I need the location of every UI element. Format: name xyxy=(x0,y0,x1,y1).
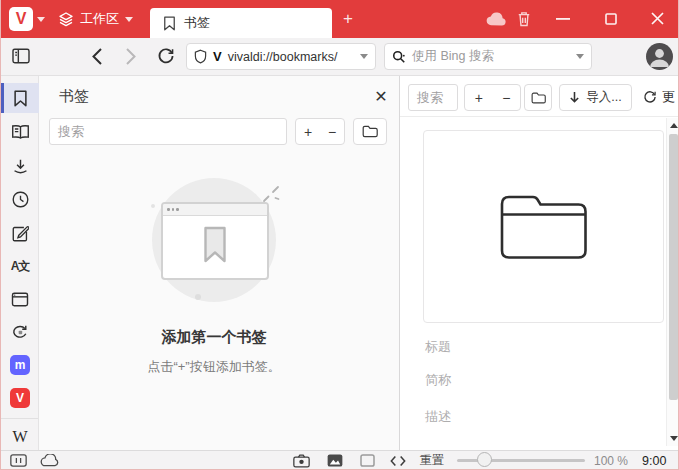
decor-dot xyxy=(151,204,155,208)
import-label: 导入... xyxy=(586,89,621,106)
bookmarks-page: 搜索 + − 导入... 更 xyxy=(400,76,679,450)
capture-page-button[interactable] xyxy=(293,451,310,470)
minimize-button[interactable] xyxy=(556,18,570,21)
tab-bookmarks[interactable]: 书签 xyxy=(150,8,332,38)
vivaldi-menu-icon[interactable]: V xyxy=(9,7,33,31)
url-text[interactable]: vivaldi://bookmarks/ xyxy=(228,50,354,64)
search-engine-icon[interactable] xyxy=(392,50,406,64)
url-field[interactable]: V vivaldi://bookmarks/ xyxy=(186,43,376,70)
sidebar-item-vivaldi[interactable]: V xyxy=(1,383,39,413)
profile-avatar[interactable] xyxy=(646,43,673,70)
empty-state-subtext: 点击“+”按钮添加书签。 xyxy=(39,358,389,376)
update-label: 更 xyxy=(662,88,675,106)
sidebar-item-translate[interactable]: A文 xyxy=(1,251,39,281)
page-actions-button[interactable] xyxy=(360,451,375,470)
vivaldi-page-badge-icon: V xyxy=(213,49,222,64)
sidebar-item-notes[interactable] xyxy=(1,218,39,248)
panel-toggle-icon xyxy=(10,454,27,467)
vivaldi-menu-caret-icon[interactable] xyxy=(37,17,45,22)
refresh-icon xyxy=(643,90,657,104)
thumbnail-card xyxy=(423,130,664,323)
panel-close-button[interactable]: ✕ xyxy=(369,84,393,108)
panel-new-folder-button[interactable] xyxy=(353,118,387,145)
checkbox-square-icon xyxy=(360,454,375,467)
title-field[interactable]: 标题 xyxy=(425,338,451,356)
title-bar: V 工作区 书签 + xyxy=(0,0,679,38)
bookmark-icon xyxy=(163,16,176,31)
forward-button[interactable] xyxy=(126,48,136,65)
notes-icon xyxy=(12,225,29,242)
reading-list-icon xyxy=(11,124,30,140)
description-field[interactable]: 描述 xyxy=(425,408,451,426)
scroll-down-icon[interactable] xyxy=(670,436,678,441)
page-add-remove-group: + − xyxy=(464,84,521,111)
sidebar-item-downloads[interactable] xyxy=(1,151,39,181)
panel-search-placeholder: 搜索 xyxy=(58,123,84,141)
code-icon xyxy=(390,455,406,467)
page-search-input[interactable]: 搜索 xyxy=(408,84,458,111)
sidebar-item-reading-list[interactable] xyxy=(1,117,39,147)
session-loop-icon xyxy=(11,324,29,340)
sync-status-cloud[interactable] xyxy=(40,451,61,470)
workspace-label: 工作区 xyxy=(80,10,119,28)
page-new-folder-button[interactable] xyxy=(524,84,552,111)
shield-icon[interactable] xyxy=(194,49,207,64)
search-dropdown-caret-icon[interactable] xyxy=(576,54,584,59)
trash-icon[interactable] xyxy=(517,11,531,27)
update-thumbnails-button[interactable]: 更 xyxy=(643,88,675,106)
search-placeholder[interactable]: 使用 Bing 搜索 xyxy=(412,48,570,65)
window-panel-icon xyxy=(11,292,29,307)
scrollbar-thumb[interactable] xyxy=(669,134,678,400)
zoom-slider-handle[interactable] xyxy=(477,452,492,467)
large-folder-icon xyxy=(498,192,590,262)
sidebar-item-windows[interactable] xyxy=(1,284,39,314)
zoom-level-value: 100 % xyxy=(594,451,628,470)
url-dropdown-caret-icon[interactable] xyxy=(360,54,368,59)
search-field[interactable]: 使用 Bing 搜索 xyxy=(384,43,592,70)
translate-icon: A文 xyxy=(11,258,30,275)
camera-icon xyxy=(293,454,310,468)
download-arrow-icon xyxy=(569,91,580,104)
image-icon xyxy=(327,454,343,467)
maximize-button[interactable] xyxy=(605,13,617,25)
scroll-up-icon[interactable] xyxy=(670,123,678,128)
new-tab-button[interactable]: + xyxy=(337,8,359,30)
panel-icon-strip: A文 m V W xyxy=(1,76,39,450)
panel-remove-button[interactable]: − xyxy=(320,124,344,140)
sidebar-item-bookmarks[interactable] xyxy=(1,83,39,113)
panel-search-input[interactable]: 搜索 xyxy=(49,118,287,145)
workspace-button[interactable]: 工作区 xyxy=(58,6,133,32)
page-search-placeholder: 搜索 xyxy=(417,89,443,107)
bookmark-icon xyxy=(13,90,28,107)
panel-toggle-icon[interactable] xyxy=(12,48,30,64)
clock[interactable]: 9:00 xyxy=(642,451,666,470)
close-button[interactable] xyxy=(651,12,664,25)
sidebar-item-sessions[interactable] xyxy=(1,317,39,347)
import-button[interactable]: 导入... xyxy=(559,84,632,111)
folder-icon xyxy=(362,125,378,138)
back-button[interactable] xyxy=(92,48,102,65)
sidebar-item-mastodon[interactable]: m xyxy=(1,350,39,380)
empty-state-heading: 添加第一个书签 xyxy=(39,328,389,347)
panel-add-button[interactable]: + xyxy=(296,124,320,140)
statusbar-panel-toggle[interactable] xyxy=(10,451,27,470)
nickname-field[interactable]: 简称 xyxy=(425,371,451,389)
illustration-titlebar xyxy=(163,204,267,216)
developer-tools-button[interactable] xyxy=(390,451,406,470)
mastodon-icon: m xyxy=(10,355,30,375)
workspace-caret-icon xyxy=(125,17,133,22)
reload-button[interactable] xyxy=(157,47,175,65)
downloads-icon xyxy=(12,158,29,175)
wikipedia-icon: W xyxy=(12,428,27,446)
sidebar-item-history[interactable] xyxy=(1,184,39,214)
synced-tabs-cloud-icon[interactable] xyxy=(486,12,507,26)
page-remove-button[interactable]: − xyxy=(493,90,521,106)
page-add-button[interactable]: + xyxy=(465,90,493,106)
toggle-images-button[interactable] xyxy=(327,451,343,470)
folder-icon xyxy=(531,92,546,104)
sidebar-item-wikipedia[interactable]: W xyxy=(1,422,39,452)
panel-add-remove-group: + − xyxy=(295,118,345,145)
page-scrollbar[interactable] xyxy=(666,118,679,446)
zoom-reset-button[interactable]: 重置 xyxy=(420,451,444,470)
address-bar: V vivaldi://bookmarks/ 使用 Bing 搜索 xyxy=(0,38,679,76)
